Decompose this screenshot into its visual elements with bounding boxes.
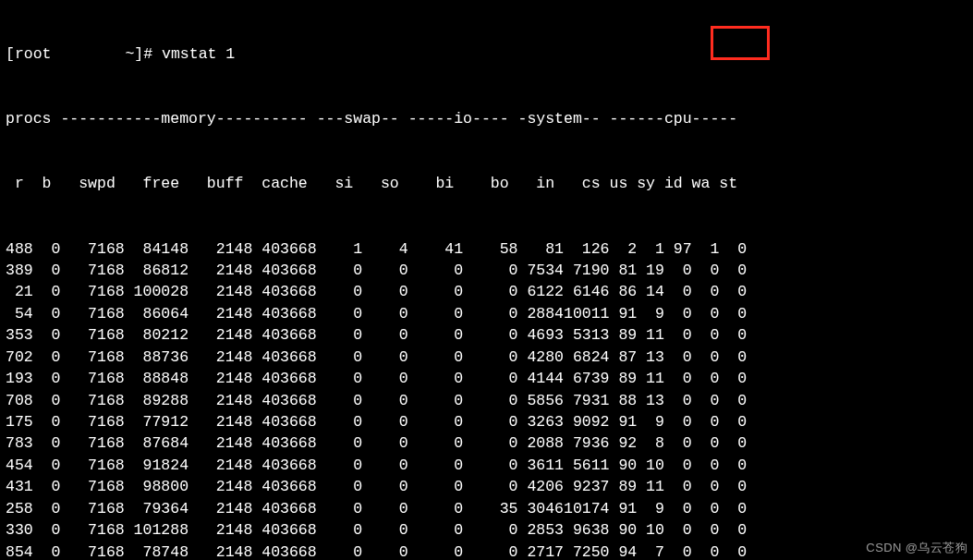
vmstat-row: 193 0 7168 88848 2148 403668 0 0 0 0 414… <box>6 368 967 389</box>
vmstat-row: 702 0 7168 88736 2148 403668 0 0 0 0 428… <box>6 347 967 368</box>
vmstat-row: 431 0 7168 98800 2148 403668 0 0 0 0 420… <box>6 476 967 497</box>
vmstat-row: 258 0 7168 79364 2148 403668 0 0 0 35 30… <box>6 498 967 519</box>
vmstat-section-header: procs -----------memory---------- ---swa… <box>6 108 967 129</box>
vmstat-col-header: r b swpd free buff cache si so bi bo in … <box>6 173 967 194</box>
vmstat-row: 330 0 7168 101288 2148 403668 0 0 0 0 28… <box>6 519 967 541</box>
terminal-output[interactable]: [root ~]# vmstat 1 procs -----------memo… <box>0 0 973 560</box>
vmstat-row: 353 0 7168 80212 2148 403668 0 0 0 0 469… <box>6 324 967 346</box>
redacted-hostname <box>52 45 116 61</box>
watermark: CSDN @乌云苍狗 <box>866 540 967 556</box>
vmstat-row: 783 0 7168 87684 2148 403668 0 0 0 0 208… <box>6 432 967 454</box>
vmstat-row: 175 0 7168 77912 2148 403668 0 0 0 0 326… <box>6 411 967 432</box>
vmstat-row: 488 0 7168 84148 2148 403668 1 4 41 58 8… <box>6 238 967 260</box>
vmstat-row: 21 0 7168 100028 2148 403668 0 0 0 0 612… <box>6 281 967 302</box>
prompt-prefix: [root <box>6 45 52 63</box>
vmstat-row: 708 0 7168 89288 2148 403668 0 0 0 0 585… <box>6 390 967 411</box>
vmstat-row: 854 0 7168 78748 2148 403668 0 0 0 0 271… <box>6 542 967 560</box>
prompt-line: [root ~]# vmstat 1 <box>6 43 967 65</box>
vmstat-rows: 488 0 7168 84148 2148 403668 1 4 41 58 8… <box>6 238 967 560</box>
command-text: vmstat 1 <box>162 45 235 63</box>
vmstat-row: 54 0 7168 86064 2148 403668 0 0 0 0 2884… <box>6 303 967 324</box>
prompt-suffix: ~]# <box>116 45 163 63</box>
vmstat-row: 454 0 7168 91824 2148 403668 0 0 0 0 361… <box>6 455 967 476</box>
vmstat-row: 389 0 7168 86812 2148 403668 0 0 0 0 753… <box>6 260 967 281</box>
